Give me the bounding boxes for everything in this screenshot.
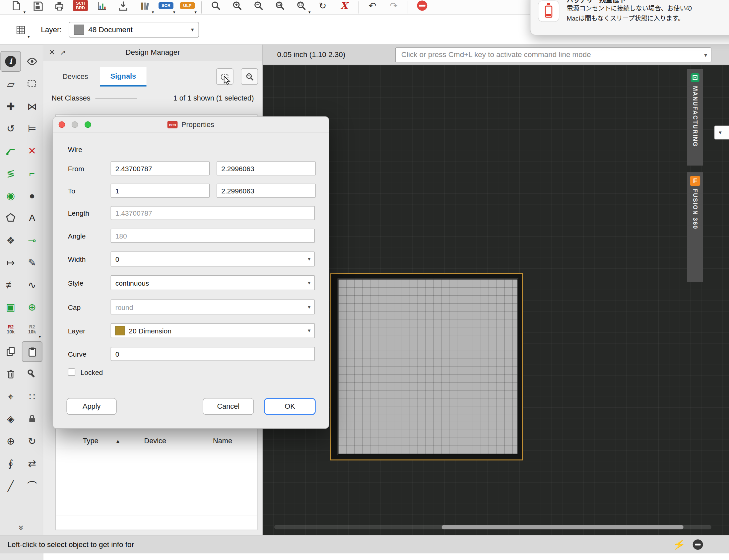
horizontal-scrollbar[interactable] — [274, 525, 711, 529]
ok-button[interactable]: OK — [264, 398, 316, 415]
run-script-button[interactable]: SCR▾ — [155, 0, 177, 15]
unroute-button[interactable]: ⌐ — [22, 163, 42, 183]
coil-button[interactable]: ∮ — [0, 453, 21, 473]
route-differential-button[interactable]: ≶ — [0, 163, 21, 183]
style-select[interactable]: continuous ▾ — [111, 275, 315, 290]
manufacturing-tab[interactable]: MANUFACTURING — [687, 69, 703, 166]
from-x-input[interactable] — [111, 161, 210, 175]
layer-field-select[interactable]: 20 Dimension ▾ — [111, 323, 315, 338]
length-label: Length — [68, 209, 111, 217]
optimize-button[interactable]: ∷ — [22, 386, 42, 406]
rotate-button[interactable]: ↺ — [0, 118, 21, 139]
zoom-fit-button[interactable] — [269, 0, 291, 15]
board-canvas[interactable] — [263, 65, 729, 535]
column-type[interactable]: Type — [83, 437, 99, 445]
miter-button[interactable]: ⊸ — [22, 230, 42, 250]
from-y-input[interactable] — [217, 161, 316, 175]
zoom-selection-button[interactable] — [241, 68, 258, 85]
canvas-info-bar: 0.05 inch (1.10 2.30) ▾ — [263, 45, 729, 65]
wrench-button[interactable] — [22, 364, 42, 384]
layer-select[interactable]: 48 Document ▾ — [69, 22, 199, 38]
battery-notification[interactable]: バッテリー残量低下 電源コンセントに接続しない場合、お使いの Macは間もなくス… — [530, 0, 729, 35]
zoom-out-button[interactable] — [248, 0, 269, 15]
split-button[interactable]: ❖ — [0, 230, 21, 250]
popout-icon[interactable]: ↗ — [60, 48, 66, 56]
redo-button[interactable]: ↷ — [383, 0, 404, 15]
curve-input[interactable] — [111, 347, 315, 361]
sort-ascending-icon[interactable]: ▲ — [115, 438, 120, 444]
show-button[interactable] — [22, 51, 42, 72]
probe-button[interactable]: ⌖ — [0, 386, 21, 406]
draw-arc-button[interactable]: ⌒ — [22, 475, 42, 496]
route-button[interactable] — [0, 140, 21, 161]
delete-button[interactable] — [0, 364, 21, 384]
save-button[interactable] — [27, 0, 48, 15]
mirror-button[interactable]: ⋈ — [22, 96, 42, 116]
draw-line-button[interactable]: ╱ — [0, 475, 21, 496]
close-icon[interactable]: ✕ — [49, 48, 55, 57]
command-input[interactable] — [396, 48, 711, 62]
signal-hide-button[interactable]: ≢ — [0, 274, 21, 295]
toolbar-tools: ▾SCHBRD▾SCR▾ULP▾▾↻X↶↷ — [6, 0, 433, 15]
copy-button[interactable] — [0, 341, 21, 362]
move-icon: ✚ — [7, 101, 15, 111]
show-icon — [27, 56, 38, 67]
to-y-input[interactable] — [217, 184, 316, 198]
info-button[interactable]: i — [0, 51, 21, 72]
cancel-command-button[interactable]: X — [333, 0, 355, 15]
brd-icon: BRD — [168, 121, 178, 128]
apply-button[interactable]: Apply — [66, 398, 116, 415]
fusion-360-tab[interactable]: F FUSION 360 — [687, 172, 703, 282]
via-button[interactable]: ◉ — [0, 185, 21, 206]
run-ulp-button[interactable]: ULP▾ — [177, 0, 198, 15]
group-select-button[interactable] — [22, 73, 42, 94]
ripup-button[interactable]: ✕ — [22, 140, 42, 161]
column-device[interactable]: Device — [144, 437, 166, 445]
lock-button[interactable] — [22, 408, 42, 429]
to-x-input[interactable] — [111, 184, 210, 198]
canvas-side-dropdown[interactable]: ▾ — [714, 125, 729, 139]
tab-devices[interactable]: Devices — [52, 67, 99, 87]
align-button[interactable]: ⊨ — [22, 118, 42, 139]
locked-checkbox[interactable] — [68, 368, 75, 376]
import-button[interactable] — [112, 0, 134, 15]
print-button[interactable] — [48, 0, 70, 15]
zoom-select-button[interactable]: ▾ — [291, 0, 312, 15]
smash-button[interactable]: R210k▾ — [22, 319, 42, 340]
paste-button[interactable] — [22, 341, 42, 362]
grid-settings-button[interactable]: ▾ — [10, 20, 31, 40]
sheet-chart-button[interactable] — [91, 0, 112, 15]
polygon-button[interactable] — [0, 207, 21, 228]
test-point-button[interactable]: ⊕ — [0, 431, 21, 451]
add-part-button[interactable]: ⊕ — [22, 297, 42, 317]
undo-button[interactable]: ↶ — [362, 0, 383, 15]
dialog-titlebar[interactable]: BRD Properties — [53, 117, 329, 133]
rename-button[interactable]: ✎ — [22, 252, 42, 273]
switch-sch-brd-button[interactable]: SCHBRD — [70, 0, 91, 15]
pinswap-button[interactable]: ↦ — [0, 252, 21, 273]
error-stop-icon[interactable] — [693, 539, 703, 549]
unroute-icon: ⌐ — [29, 168, 35, 178]
library-button[interactable]: ▾ — [134, 0, 155, 15]
move-button[interactable]: ✚ — [0, 96, 21, 116]
stop-button[interactable] — [411, 0, 433, 15]
tab-signals[interactable]: Signals — [100, 67, 146, 87]
tag-button[interactable]: ◈ — [0, 408, 21, 429]
value-button[interactable]: R210k — [0, 319, 21, 340]
open-document-button[interactable]: ▾ — [6, 0, 27, 15]
width-select[interactable]: 0 ▾ — [111, 251, 315, 266]
replace-button[interactable]: ↻ — [22, 431, 42, 451]
redraw-button[interactable]: ↻ — [312, 0, 333, 15]
cancel-button[interactable]: Cancel — [203, 398, 254, 415]
column-name[interactable]: Name — [213, 437, 232, 445]
meander-button[interactable]: ∿ — [22, 274, 42, 295]
zoom-window-button[interactable] — [205, 0, 226, 15]
display-layers-button[interactable]: ▱ — [0, 73, 21, 94]
board-3d-button[interactable]: ▣ — [0, 297, 21, 317]
text-button[interactable]: A — [22, 207, 42, 228]
command-line[interactable]: ▾ — [395, 47, 711, 62]
swap-gates-button[interactable]: ⇄ — [22, 453, 42, 473]
zoom-in-button[interactable] — [227, 0, 248, 15]
pad-button[interactable]: ● — [22, 185, 42, 206]
scrollbar-thumb[interactable] — [442, 525, 684, 529]
